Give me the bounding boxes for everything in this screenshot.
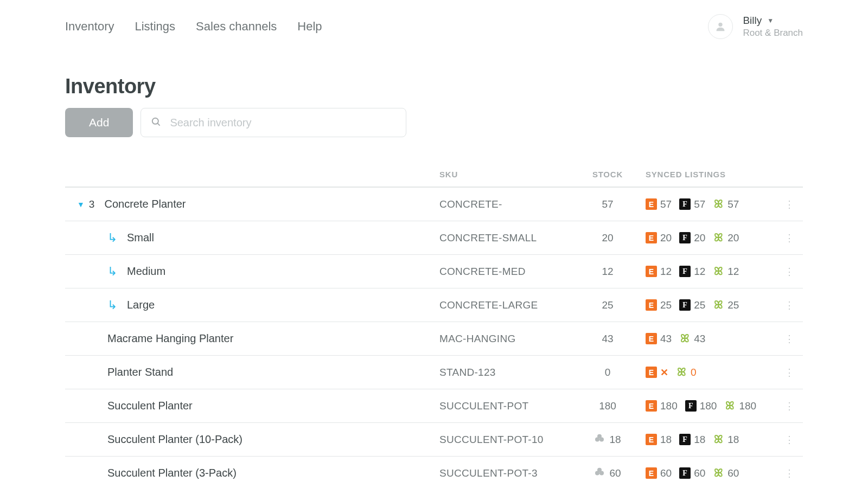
row-actions-button[interactable]: ⋮	[776, 367, 803, 378]
table-row[interactable]: ↳ Large CONCRETE-LARGE25 E25 F25 ꕤ25 ⋮	[65, 288, 803, 322]
shopify-icon: ꕤ	[713, 299, 724, 311]
listing-value: 60	[660, 467, 672, 479]
item-name: Large	[127, 299, 155, 311]
faire-icon: F	[679, 198, 691, 210]
nav-sales-channels[interactable]: Sales channels	[196, 20, 277, 34]
table-row[interactable]: Succulent Planter (3-Pack) SUCCULENT-POT…	[65, 457, 803, 488]
row-actions-button[interactable]: ⋮	[776, 467, 803, 479]
etsy-icon: E	[646, 299, 657, 311]
listing-value: 57	[727, 198, 739, 210]
table-row[interactable]: Succulent Planter (10-Pack) SUCCULENT-PO…	[65, 423, 803, 457]
listing-value: 18	[727, 434, 739, 446]
item-name: Concrete Planter	[104, 198, 186, 210]
expand-toggle[interactable]: ▼ 3	[77, 198, 94, 210]
child-arrow-icon: ↳	[107, 265, 117, 279]
row-actions-button[interactable]: ⋮	[776, 299, 803, 311]
sku-value: CONCRETE-	[439, 198, 570, 210]
listing-value: 12	[694, 266, 705, 278]
synced-listing: F57	[679, 198, 705, 210]
sku-value: SUCCULENT-POT	[439, 400, 570, 412]
item-name: Planter Stand	[107, 366, 173, 378]
shopify-icon: ꕤ	[676, 367, 687, 378]
synced-listing: ꕤ0	[676, 367, 697, 378]
etsy-icon: E	[646, 467, 657, 479]
stock-value: 60	[570, 467, 646, 479]
etsy-icon: E	[646, 232, 657, 243]
faire-icon: F	[679, 266, 691, 277]
shopify-icon: ꕤ	[713, 434, 724, 445]
bundle-icon	[594, 434, 605, 445]
synced-listing: E57	[646, 198, 672, 210]
col-synced: SYNCED LISTINGS	[646, 170, 776, 179]
table-row[interactable]: Planter Stand STAND-1230 E✕ ꕤ0 ⋮	[65, 356, 803, 389]
etsy-icon: E	[646, 400, 657, 412]
user-name: Billy	[743, 15, 762, 27]
caret-down-icon: ▼	[77, 200, 85, 209]
user-menu[interactable]: Billy ▼ Root & Branch	[708, 14, 803, 39]
listing-value: 20	[660, 232, 672, 244]
table-row[interactable]: Succulent Planter SUCCULENT-POT180 E180 …	[65, 389, 803, 423]
stock-value: 12	[570, 266, 646, 278]
etsy-icon: E	[646, 198, 657, 210]
search-input[interactable]	[169, 116, 396, 130]
row-actions-button[interactable]: ⋮	[776, 232, 803, 244]
synced-listing: ꕤ18	[713, 434, 739, 446]
table-row[interactable]: ▼ 3 Concrete Planter CONCRETE-57 E57 F57…	[65, 188, 803, 221]
synced-listing: E180	[646, 400, 678, 412]
listing-value: 180	[700, 400, 717, 412]
row-actions-button[interactable]: ⋮	[776, 333, 803, 345]
listing-value: 57	[694, 198, 705, 210]
synced-listing: E✕	[646, 367, 668, 378]
child-arrow-icon: ↳	[107, 298, 117, 312]
synced-listing: E12	[646, 266, 672, 278]
stock-value: 0	[570, 367, 646, 378]
child-arrow-icon: ↳	[107, 231, 117, 245]
listing-value: 20	[727, 232, 739, 244]
item-name: Succulent Planter (10-Pack)	[107, 433, 242, 446]
etsy-icon: E	[646, 266, 657, 277]
table-row[interactable]: ↳ Small CONCRETE-SMALL20 E20 F20 ꕤ20 ⋮	[65, 221, 803, 255]
row-actions-button[interactable]: ⋮	[776, 400, 803, 412]
synced-listing: F25	[679, 299, 705, 311]
search-icon	[151, 117, 161, 129]
page-title: Inventory	[65, 75, 803, 98]
nav-help[interactable]: Help	[297, 20, 322, 34]
synced-listing: E20	[646, 232, 672, 244]
search-container[interactable]	[141, 108, 406, 137]
nav-inventory[interactable]: Inventory	[65, 20, 114, 34]
synced-listing: F180	[685, 400, 717, 412]
listing-value: 25	[694, 299, 705, 311]
synced-listing: ꕤ25	[713, 299, 739, 311]
stock-value: 180	[570, 400, 646, 412]
variant-count: 3	[89, 198, 95, 210]
listing-value: 43	[660, 333, 672, 345]
synced-listing: ꕤ60	[713, 467, 739, 479]
synced-listing: ꕤ43	[679, 333, 705, 345]
sku-value: CONCRETE-SMALL	[439, 232, 570, 244]
table-row[interactable]: ↳ Medium CONCRETE-MED12 E12 F12 ꕤ12 ⋮	[65, 255, 803, 288]
col-sku: SKU	[439, 170, 570, 179]
sku-value: SUCCULENT-POT-3	[439, 467, 570, 479]
listing-value: 57	[660, 198, 672, 210]
listing-value: 43	[694, 333, 705, 345]
listing-value: 18	[660, 434, 672, 446]
col-stock: STOCK	[570, 170, 646, 179]
item-name: Small	[127, 232, 154, 244]
row-actions-button[interactable]: ⋮	[776, 198, 803, 210]
listing-value: 25	[727, 299, 739, 311]
nav-listings[interactable]: Listings	[135, 20, 176, 34]
synced-listing: ꕤ12	[713, 266, 739, 278]
etsy-icon: E	[646, 367, 657, 378]
item-name: Medium	[127, 265, 165, 278]
listing-value: 60	[727, 467, 739, 479]
add-button[interactable]: Add	[65, 108, 133, 137]
synced-listing: F20	[679, 232, 705, 244]
row-actions-button[interactable]: ⋮	[776, 434, 803, 446]
top-nav: Inventory Listings Sales channels Help B…	[65, 0, 803, 51]
sku-value: STAND-123	[439, 367, 570, 378]
sku-value: CONCRETE-MED	[439, 266, 570, 278]
avatar-icon	[708, 14, 733, 39]
table-row[interactable]: Macrame Hanging Planter MAC-HANGING43 E4…	[65, 322, 803, 356]
row-actions-button[interactable]: ⋮	[776, 266, 803, 278]
svg-point-5	[597, 434, 602, 439]
